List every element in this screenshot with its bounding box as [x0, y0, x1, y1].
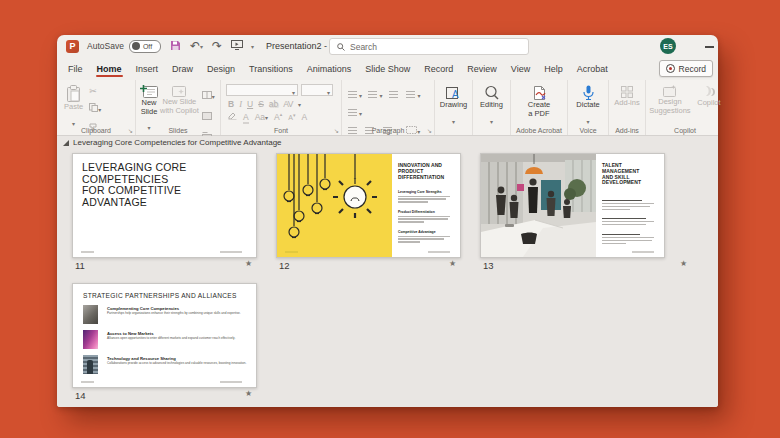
- strikethrough-button[interactable]: S: [258, 99, 264, 109]
- font-name-combobox[interactable]: [226, 84, 298, 96]
- tab-animations[interactable]: Animations: [300, 59, 359, 78]
- slide-11-number: 11: [75, 260, 85, 271]
- copy-chevron-icon: [98, 98, 101, 115]
- character-spacing-button[interactable]: AV: [283, 99, 293, 109]
- font-color-button[interactable]: A: [243, 113, 249, 124]
- grow-font-button[interactable]: A▴: [274, 111, 282, 122]
- design-suggestions-button[interactable]: Design Suggestions: [649, 85, 690, 115]
- autosave-toggle[interactable]: Off: [129, 40, 161, 53]
- addins-button[interactable]: Add-ins: [609, 85, 645, 108]
- tab-view[interactable]: View: [504, 59, 537, 78]
- tab-home[interactable]: Home: [90, 59, 129, 78]
- search-box[interactable]: Search: [329, 38, 529, 55]
- slide-thumbnail-13[interactable]: TALENT MANAGEMENT AND SKILL DEVELOPMENT: [480, 153, 665, 258]
- paragraph-dialog-launcher-icon[interactable]: [427, 127, 432, 134]
- group-clipboard: Paste ✂ Clipboard: [57, 80, 136, 135]
- numbering-icon[interactable]: [368, 91, 377, 98]
- clear-formatting-button[interactable]: A: [301, 112, 307, 122]
- start-slideshow-icon[interactable]: [231, 40, 243, 52]
- slide-14-body-2: Alliances open opportunities to enter di…: [107, 337, 247, 341]
- account-avatar[interactable]: ES: [660, 38, 676, 54]
- slide-13-text-panel: TALENT MANAGEMENT AND SKILL DEVELOPMENT: [596, 154, 664, 257]
- char-spacing-chevron-icon[interactable]: [298, 99, 301, 109]
- bullets-icon[interactable]: [348, 91, 357, 98]
- redo-icon[interactable]: ↷: [212, 40, 222, 52]
- slide-sorter: Leveraging Core Competencies for Competi…: [57, 136, 718, 407]
- layout-icon[interactable]: [202, 85, 215, 103]
- tab-transitions[interactable]: Transitions: [242, 59, 300, 78]
- indent-decrease-icon[interactable]: [389, 91, 398, 98]
- slide-13-number: 13: [483, 260, 494, 271]
- font-dialog-launcher-icon[interactable]: [334, 127, 339, 134]
- tab-review[interactable]: Review: [460, 59, 504, 78]
- slide-12-subheading-1: Leveraging Core Strengths: [398, 190, 453, 194]
- slide-14-title: STRATEGIC PARTNERSHIPS AND ALLIANCES: [83, 292, 237, 299]
- reset-icon[interactable]: [202, 106, 215, 124]
- layout-chevron-icon: [212, 85, 215, 102]
- clipboard-dialog-launcher-icon[interactable]: [128, 127, 133, 134]
- minimize-icon[interactable]: [705, 46, 714, 48]
- undo-chevron-icon[interactable]: [200, 41, 203, 51]
- addins-group-label: Add-ins: [609, 127, 645, 134]
- paragraph-group-label: Paragraph: [342, 127, 434, 134]
- tab-insert[interactable]: Insert: [129, 59, 166, 78]
- group-slides: New Slide New Slide with Copilot Slides: [136, 80, 221, 135]
- slide-thumbnail-11[interactable]: LEVERAGING CORE COMPETENCIES FOR COMPETI…: [72, 153, 257, 258]
- group-copilot: Design Suggestions Copilot Copilot: [646, 80, 724, 135]
- shrink-font-button[interactable]: A▾: [288, 112, 295, 121]
- save-icon[interactable]: [170, 40, 181, 53]
- slide-14-image-3: [83, 355, 98, 374]
- slide-11-animation-icon: [245, 259, 252, 268]
- section-header[interactable]: Leveraging Core Competencies for Competi…: [63, 138, 282, 147]
- tab-design[interactable]: Design: [200, 59, 242, 78]
- group-adobe-acrobat: Create a PDF Adobe Acrobat: [511, 80, 568, 135]
- tab-acrobat[interactable]: Acrobat: [570, 59, 615, 78]
- undo-icon[interactable]: ↶: [190, 40, 200, 52]
- slide-12-subheading-3: Competitive Advantage: [398, 230, 453, 234]
- record-button[interactable]: Record: [659, 60, 713, 77]
- copilot-button[interactable]: Copilot: [697, 85, 720, 115]
- create-pdf-button[interactable]: Create a PDF: [511, 85, 567, 118]
- slide-12-animation-icon: [449, 259, 456, 268]
- copy-icon[interactable]: [89, 98, 101, 116]
- group-font: B I U S ab AV A Aa A▴ A▾ A Font: [221, 80, 342, 135]
- powerpoint-window: P AutoSave Off ↶ ↷ Presentation2 - Power…: [57, 35, 718, 407]
- dictate-button[interactable]: Dictate: [568, 85, 608, 128]
- editing-button[interactable]: Editing: [473, 85, 510, 128]
- search-placeholder: Search: [350, 42, 377, 52]
- slide-14-number: 14: [75, 390, 86, 401]
- acrobat-group-label: Adobe Acrobat: [511, 127, 567, 134]
- slide-13-animation-icon: [680, 259, 687, 268]
- text-direction-icon[interactable]: [348, 109, 357, 116]
- lightbulbs-illustration: [277, 154, 392, 257]
- group-drawing: A Drawing: [435, 80, 473, 135]
- slide-11-title: LEVERAGING CORE COMPETENCIES FOR COMPETI…: [82, 162, 187, 208]
- font-size-combobox[interactable]: [301, 84, 333, 96]
- slide-thumbnail-12[interactable]: INNOVATION AND PRODUCT DIFFERENTIATION L…: [276, 153, 461, 258]
- cut-icon[interactable]: ✂: [89, 86, 101, 96]
- office-photo: [481, 154, 596, 257]
- ribbon: Paste ✂ Clipboard New S: [57, 80, 718, 136]
- slides-group-label: Slides: [136, 127, 220, 134]
- bold-button[interactable]: B: [228, 99, 234, 109]
- italic-button[interactable]: I: [239, 99, 242, 109]
- drawing-button[interactable]: A Drawing: [435, 85, 472, 128]
- underline-button[interactable]: U: [247, 99, 253, 109]
- tab-help[interactable]: Help: [537, 59, 570, 78]
- slide-14-body-1: Partnerships help organizations enhance …: [107, 312, 247, 316]
- tab-draw[interactable]: Draw: [165, 59, 200, 78]
- quick-access-chevron-icon[interactable]: [251, 41, 254, 51]
- autosave-state: Off: [143, 43, 152, 50]
- slide-12-subheading-2: Product Differentiation: [398, 210, 453, 214]
- text-shadow-button[interactable]: ab: [269, 99, 278, 109]
- tab-file[interactable]: File: [61, 59, 90, 78]
- tab-record[interactable]: Record: [417, 59, 460, 78]
- slide-thumbnail-14[interactable]: STRATEGIC PARTNERSHIPS AND ALLIANCES Com…: [72, 283, 257, 388]
- change-case-button[interactable]: Aa: [255, 112, 268, 122]
- search-icon: [337, 43, 345, 51]
- tab-slide-show[interactable]: Slide Show: [358, 59, 417, 78]
- line-spacing-icon[interactable]: [406, 91, 415, 98]
- toggle-knob-icon: [132, 42, 140, 50]
- group-paragraph: Paragraph: [342, 80, 435, 135]
- highlight-color-button[interactable]: [228, 111, 237, 122]
